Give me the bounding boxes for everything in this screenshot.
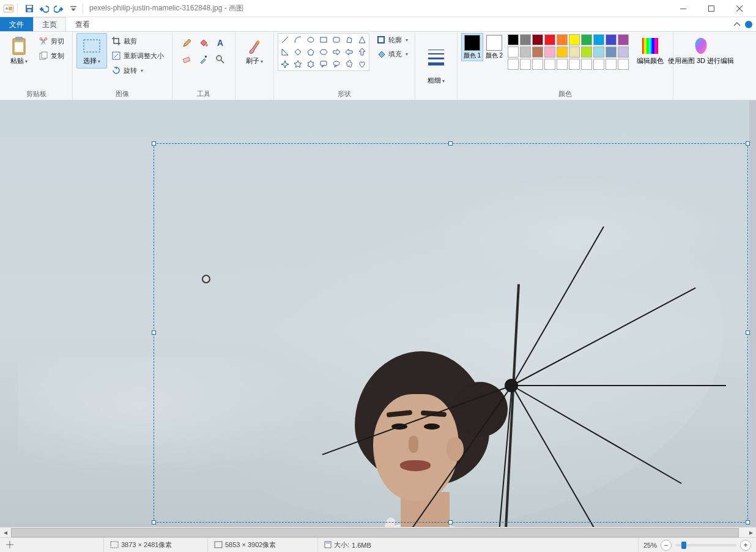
pencil-tool[interactable]: [180, 35, 195, 50]
shape-curve[interactable]: [291, 34, 304, 46]
tab-view[interactable]: 查看: [66, 17, 99, 31]
palette-color[interactable]: [581, 47, 592, 58]
shape-arrow-r[interactable]: [330, 46, 343, 58]
palette-color[interactable]: [618, 34, 629, 45]
selection-handle-sw[interactable]: [152, 520, 156, 524]
palette-color[interactable]: [581, 34, 592, 45]
select-button[interactable]: 选择▾: [76, 33, 107, 69]
palette-color[interactable]: [508, 59, 519, 70]
shape-fill-button[interactable]: 填充▾: [373, 47, 411, 61]
help-icon[interactable]: [745, 21, 752, 28]
palette-color[interactable]: [569, 59, 580, 70]
crop-button[interactable]: 裁剪: [108, 34, 167, 48]
shape-arrow-u[interactable]: [356, 46, 369, 58]
palette-color[interactable]: [544, 34, 555, 45]
shape-pentagon[interactable]: [304, 46, 317, 58]
palette-color[interactable]: [606, 59, 617, 70]
palette-color[interactable]: [569, 47, 580, 58]
palette-color[interactable]: [557, 59, 568, 70]
shape-callout-oval[interactable]: [330, 58, 343, 70]
magnifier-tool[interactable]: [213, 52, 228, 67]
color-1-button[interactable]: 颜色 1: [461, 33, 483, 61]
shape-rtriangle[interactable]: [278, 46, 291, 58]
shape-arrow-l[interactable]: [343, 46, 356, 58]
shape-callout-cloud[interactable]: [343, 58, 356, 70]
palette-color[interactable]: [532, 34, 543, 45]
selection-handle-nw[interactable]: [152, 141, 156, 146]
fill-tool[interactable]: [196, 35, 211, 50]
palette-color[interactable]: [520, 47, 531, 58]
palette-color[interactable]: [581, 59, 592, 70]
palette-color[interactable]: [606, 47, 617, 58]
scroll-right-button[interactable]: ▸: [746, 528, 756, 538]
brushes-button[interactable]: 刷子▾: [239, 33, 270, 69]
picker-tool[interactable]: [196, 52, 211, 67]
resize-button[interactable]: 重新调整大小: [108, 49, 167, 62]
save-button[interactable]: [23, 2, 36, 15]
palette-color[interactable]: [532, 59, 543, 70]
rotate-button[interactable]: 旋转▾: [108, 64, 167, 77]
shape-line[interactable]: [278, 34, 291, 46]
palette-color[interactable]: [532, 47, 543, 58]
maximize-button[interactable]: [697, 0, 725, 17]
minimize-button[interactable]: [669, 0, 697, 17]
zoom-slider[interactable]: [675, 544, 736, 546]
qat-customize-button[interactable]: [67, 2, 80, 15]
palette-color[interactable]: [569, 34, 580, 45]
copy-button[interactable]: 复制: [35, 49, 67, 62]
shape-diamond[interactable]: [291, 46, 304, 58]
edit-colors-button[interactable]: 编辑颜色: [631, 33, 669, 68]
selection-handle-n[interactable]: [448, 141, 453, 146]
eraser-tool[interactable]: [180, 52, 195, 67]
tab-file[interactable]: 文件: [0, 17, 33, 31]
shape-roundrect[interactable]: [330, 34, 343, 46]
palette-color[interactable]: [520, 59, 531, 70]
horizontal-scrollbar[interactable]: ◂ ▸: [0, 527, 756, 537]
selection-marquee[interactable]: [154, 143, 748, 523]
selection-handle-w[interactable]: [152, 330, 156, 335]
shape-triangle[interactable]: [356, 34, 369, 46]
shapes-gallery[interactable]: [278, 33, 369, 71]
palette-color[interactable]: [508, 34, 519, 45]
shape-star4[interactable]: [278, 58, 291, 70]
palette-color[interactable]: [557, 34, 568, 45]
text-tool[interactable]: A: [213, 35, 228, 50]
palette-color[interactable]: [606, 34, 617, 45]
selection-handle-s[interactable]: [448, 520, 453, 524]
paint3d-button[interactable]: 使用画图 3D 进行编辑: [677, 33, 725, 68]
selection-handle-e[interactable]: [746, 330, 750, 335]
cut-button[interactable]: ✂️剪切: [35, 34, 67, 48]
shape-callout-rect[interactable]: [317, 58, 330, 70]
stroke-width-button[interactable]: 粗细▾: [419, 33, 453, 88]
shape-heart[interactable]: [356, 58, 369, 70]
shape-rect[interactable]: [317, 34, 330, 46]
shape-star5[interactable]: [291, 58, 304, 70]
redo-button[interactable]: [52, 2, 65, 15]
shape-star6[interactable]: [304, 58, 317, 70]
scroll-thumb[interactable]: [11, 528, 739, 537]
collapse-ribbon-button[interactable]: [729, 17, 745, 31]
palette-color[interactable]: [618, 47, 629, 58]
color-2-button[interactable]: 颜色 2: [483, 33, 505, 61]
palette-color[interactable]: [544, 47, 555, 58]
paste-button[interactable]: 粘贴▾: [4, 33, 34, 69]
canvas-area[interactable]: ◂ ▸: [0, 100, 756, 537]
close-button[interactable]: [725, 0, 754, 17]
palette-color[interactable]: [593, 34, 604, 45]
zoom-in-button[interactable]: +: [740, 540, 751, 551]
palette-color[interactable]: [508, 47, 519, 58]
undo-button[interactable]: [37, 2, 51, 15]
palette-color[interactable]: [520, 34, 531, 45]
shape-hexagon[interactable]: [317, 46, 330, 58]
zoom-out-button[interactable]: −: [661, 540, 672, 551]
palette-color[interactable]: [593, 47, 604, 58]
palette-color[interactable]: [618, 59, 629, 70]
palette-color[interactable]: [544, 59, 555, 70]
shape-polygon[interactable]: [343, 34, 356, 46]
shape-outline-button[interactable]: 轮廓▾: [373, 33, 411, 47]
palette-color[interactable]: [593, 59, 604, 70]
palette-color[interactable]: [557, 47, 568, 58]
shape-oval[interactable]: [304, 34, 317, 46]
selection-handle-ne[interactable]: [746, 141, 750, 146]
tab-home[interactable]: 主页: [33, 17, 66, 31]
